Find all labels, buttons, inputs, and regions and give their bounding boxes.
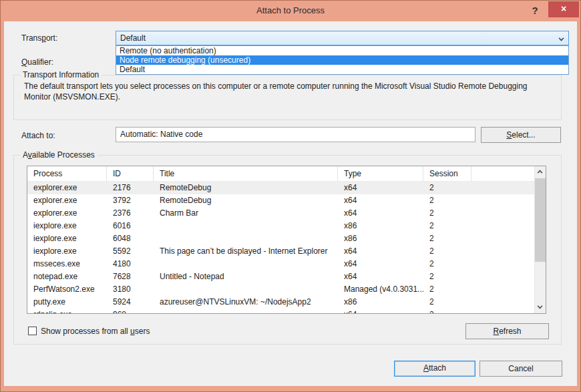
cell-title [154, 309, 338, 313]
cell-title: Untitled - Notepad [154, 270, 338, 283]
cell-process: explorer.exe [27, 182, 107, 194]
cell-id: 3180 [107, 283, 154, 296]
cell-type: x64 [338, 258, 423, 270]
cell-type: x86 [338, 296, 423, 309]
cell-title [154, 283, 338, 296]
table-row[interactable]: putty.exe 5924 azureuser@NTVSLinuxVM: ~/… [27, 296, 534, 309]
transport-dropdown-item[interactable]: Node remote debugging (unsecured) [116, 55, 568, 65]
attach-to-field[interactable]: Automatic: Native code [116, 127, 475, 142]
cell-process: rdpclip.exe [27, 309, 107, 313]
transport-label: Transport: [21, 33, 57, 43]
cell-session: 2 [423, 220, 471, 232]
cell-session: 2 [423, 309, 471, 313]
attach-to-process-dialog: Attach to Process ? × Transport: Default… [0, 0, 581, 392]
close-button[interactable]: × [548, 1, 579, 17]
cell-type: x64 [338, 309, 423, 313]
table-row[interactable]: rdpclip.exe 968 x64 2 [27, 309, 534, 313]
dialog-title: Attach to Process [0, 0, 581, 21]
table-row[interactable]: PerfWatson2.exe 3180 Managed (v4.0.3031.… [27, 283, 534, 296]
cell-id: 6016 [107, 220, 154, 232]
transport-dropdown-item[interactable]: Remote (no authentication) [116, 46, 568, 55]
column-header-process[interactable]: Process [27, 166, 107, 181]
attach-button[interactable]: Attach [394, 361, 475, 377]
cancel-button[interactable]: Cancel [479, 361, 562, 377]
cell-id: 968 [107, 309, 154, 313]
cell-id: 5592 [107, 245, 154, 258]
cell-title: azureuser@NTVSLinuxVM: ~/NodejsApp2 [154, 296, 338, 309]
cell-session: 2 [423, 283, 471, 296]
cell-session: 2 [423, 258, 471, 270]
table-row[interactable]: explorer.exe 2376 Charm Bar x64 2 [27, 207, 534, 220]
transport-dropdown-item[interactable]: Default [116, 65, 568, 74]
cell-type: x64 [338, 270, 423, 283]
cell-id: 6048 [107, 232, 154, 245]
transport-dropdown: Remote (no authentication)Node remote de… [116, 45, 569, 75]
cell-process: iexplore.exe [27, 220, 107, 232]
table-row[interactable]: msseces.exe 4180 x64 2 [27, 258, 534, 270]
transport-information-legend: Transport Information [20, 70, 102, 79]
vertical-scrollbar[interactable] [534, 166, 546, 313]
table-row[interactable]: iexplore.exe 6016 x86 2 [27, 220, 534, 232]
cell-id: 7628 [107, 270, 154, 283]
table-row[interactable]: explorer.exe 2176 RemoteDebug x64 2 [27, 182, 534, 194]
cell-title: RemoteDebug [154, 194, 338, 207]
cell-id: 2176 [107, 182, 154, 194]
cell-session: 2 [423, 245, 471, 258]
cell-process: putty.exe [27, 296, 107, 309]
cell-session: 2 [423, 194, 471, 207]
cell-process: msseces.exe [27, 258, 107, 270]
cell-type: x64 [338, 194, 423, 207]
cell-title [154, 258, 338, 270]
table-row[interactable]: iexplore.exe 6048 x86 2 [27, 232, 534, 245]
cell-process: notepad.exe [27, 270, 107, 283]
cell-id: 3792 [107, 194, 154, 207]
cell-process: iexplore.exe [27, 245, 107, 258]
cell-process: PerfWatson2.exe [27, 283, 107, 296]
cell-session: 2 [423, 232, 471, 245]
column-header-type[interactable]: Type [338, 166, 423, 181]
cell-id: 5924 [107, 296, 154, 309]
cell-session: 2 [423, 270, 471, 283]
cell-title: RemoteDebug [154, 182, 338, 194]
table-row[interactable]: explorer.exe 3792 RemoteDebug x64 2 [27, 194, 534, 207]
cell-type: x64 [338, 207, 423, 220]
help-button[interactable]: ? [528, 3, 542, 19]
cell-title: This page can’t be displayed - Internet … [154, 245, 338, 258]
cell-type: x86 [338, 232, 423, 245]
title-bar: Attach to Process ? × [0, 0, 581, 21]
transport-information-text: The default transport lets you select pr… [24, 81, 555, 102]
available-processes-legend: Available Processes [20, 150, 98, 160]
cell-process: explorer.exe [27, 207, 107, 220]
table-row[interactable]: iexplore.exe 5592 This page can’t be dis… [27, 245, 534, 258]
column-header-title[interactable]: Title [154, 166, 338, 181]
cell-type: Managed (v4.0.3031... [338, 283, 423, 296]
cell-type: x64 [338, 182, 423, 194]
chevron-down-icon [538, 304, 543, 309]
cell-title [154, 232, 338, 245]
qualifier-label: Qualifier: [21, 57, 53, 67]
cell-id: 4180 [107, 258, 154, 270]
transport-combobox[interactable]: Default [116, 31, 569, 45]
cell-process: explorer.exe [27, 194, 107, 207]
column-header-id[interactable]: ID [107, 166, 154, 181]
cell-type: x86 [338, 220, 423, 232]
scrollbar-thumb[interactable] [535, 178, 546, 262]
cell-session: 2 [423, 207, 471, 220]
transport-combobox-value: Default [120, 31, 146, 45]
chevron-up-icon [538, 170, 543, 176]
process-rows: explorer.exe 2176 RemoteDebug x64 2 expl… [27, 182, 534, 313]
process-list-header: Process ID Title Type Session [27, 166, 546, 182]
cell-session: 2 [423, 296, 471, 309]
table-row[interactable]: notepad.exe 7628 Untitled - Notepad x64 … [27, 270, 534, 283]
scroll-up-button[interactable] [535, 166, 546, 178]
cell-session: 2 [423, 182, 471, 194]
cell-title: Charm Bar [154, 207, 338, 220]
process-list: Process ID Title Type Session explorer.e… [27, 166, 546, 314]
scroll-down-button[interactable] [535, 302, 546, 313]
attach-to-label: Attach to: [21, 131, 55, 140]
cell-title [154, 220, 338, 232]
cell-process: iexplore.exe [27, 232, 107, 245]
column-header-session[interactable]: Session [423, 166, 471, 181]
select-button[interactable]: Select... [481, 127, 561, 143]
cell-type: x64 [338, 245, 423, 258]
